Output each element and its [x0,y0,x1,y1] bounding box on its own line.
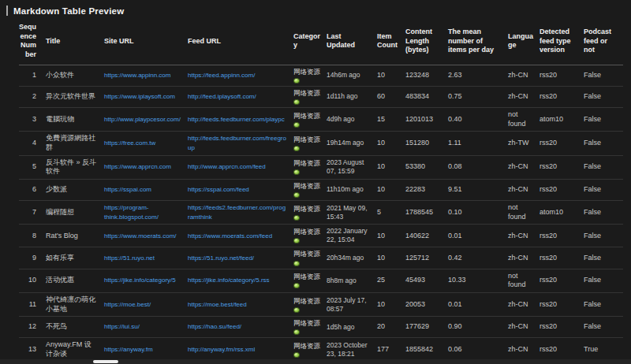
table-header-row: Sequence Number Title Site URL Feed URL … [19,19,623,65]
cell-site-url: https://free.com.tw [104,132,188,155]
cell-last-updated: 4d9h ago [327,107,377,131]
site-url-link[interactable]: https://moe.best/ [104,301,151,308]
category-green-dot-icon [293,283,300,288]
cell-sequence-number: 4 [19,132,46,155]
category-green-dot-icon [293,192,300,198]
category-label: 网络资源 [293,205,320,214]
cell-category: 网络资源 [293,86,327,107]
feed-url-link[interactable]: https://moe.best/feed [188,301,247,308]
site-url-link[interactable]: https://program-think.blogspot.com/ [104,204,159,221]
cell-mean-items: 0.01 [448,225,508,247]
cell-feed-url: http://feed.iplaysoft.com/ [188,86,293,107]
table-row: 9 如有乐享 https://51.ruyo.net https://51.ru… [19,247,623,269]
cell-mean-items: 2.63 [448,65,508,86]
site-url-link[interactable]: https://www.appinn.com [104,72,170,79]
horizontal-scrollbar-thumb[interactable] [93,360,118,363]
table-row: 11 神代綺凛の萌化小基地 https://moe.best/ https://… [19,292,623,316]
site-url-link[interactable]: https://51.ruyo.net [104,254,155,262]
cell-site-url: https://sspai.com [104,179,188,200]
cell-content-length: 1855842 [405,338,448,362]
feed-url-link[interactable]: https://jike.info/category/5.rss [188,277,270,284]
cell-mean-items: 0.90 [448,317,508,338]
feed-url-link[interactable]: https://feed.appinn.com/ [188,72,255,79]
cell-last-updated: 14h6m ago [327,65,377,86]
category-label: 网络资源 [293,273,320,281]
cell-last-updated: 19h14m ago [327,132,377,155]
cell-last-updated: 2022 January 22, 15:04 [327,225,377,247]
cell-sequence-number: 8 [19,225,46,247]
cell-content-length: 20053 [405,292,448,316]
horizontal-scrollbar[interactable] [0,359,631,364]
cell-feed-url: http://feeds.feedburner.com/playpc [188,107,293,131]
feed-url-link[interactable]: https://www.moerats.com/feed [188,232,272,240]
feed-url-link[interactable]: https://51.ruyo.net/feed/ [188,254,254,262]
cell-feed-url: https://feed.appinn.com/ [188,65,293,86]
table-row: 3 電腦玩物 http://www.playpcesor.com/ http:/… [19,107,623,131]
site-url-link[interactable]: https://anyway.fm [104,346,153,353]
cell-site-url: https://www.iplaysoft.com [104,86,188,107]
cell-last-updated: 2021 May 09, 15:43 [327,201,377,225]
cell-item-count: 20 [377,317,405,338]
site-url-link[interactable]: https://jike.info/category/5 [104,277,176,284]
site-url-link[interactable]: https://www.moerats.com/ [104,232,177,240]
cell-mean-items: 0.01 [448,292,508,316]
feed-url-link[interactable]: http://www.apprcn.com/feed [188,163,266,170]
cell-podcast: False [584,317,623,338]
site-url-link[interactable]: http://www.playpcesor.com/ [104,116,181,123]
cell-language: zh-CN [508,86,540,107]
table-body: 1 小众软件 https://www.appinn.com https://fe… [19,65,623,364]
header-category: Category [293,19,327,65]
cell-sequence-number: 2 [19,86,46,107]
cell-category: 网络资源 [293,65,327,86]
cell-podcast: False [584,65,623,86]
cell-title: 异次元软件世界 [46,86,104,107]
cell-feed-url: https://51.ruyo.net/feed/ [188,247,293,269]
cell-podcast: False [584,107,623,131]
cell-title: 小众软件 [46,65,104,86]
cell-site-url: https://www.moerats.com/ [104,225,188,247]
cell-title: 不死鸟 [46,317,104,338]
cell-mean-items: 0.08 [448,155,508,179]
cell-language: zh-CN [508,65,540,86]
cell-content-length: 22283 [405,179,448,200]
category-green-dot-icon [293,238,300,243]
feed-url-link[interactable]: https://sspai.com/feed [188,186,249,193]
cell-language: not found [508,107,540,131]
category-green-dot-icon [293,169,300,175]
feed-url-link[interactable]: http://anyway.fm/rss.xml [188,346,255,353]
feed-url-link[interactable]: http://feed.iplaysoft.com/ [188,93,256,100]
category-label: 网络资源 [293,342,320,351]
cell-site-url: https://jike.info/category/5 [104,269,188,292]
category-green-dot-icon [293,352,300,358]
feed-url-link[interactable]: https://feeds2.feedburner.com/programthi… [188,204,286,221]
site-url-link[interactable]: https://www.iplaysoft.com [104,93,175,100]
cell-language: zh-CN [508,292,540,316]
cell-feed-type: rss20 [540,338,584,362]
cell-sequence-number: 6 [19,179,46,200]
table-row: 7 编程随想 https://program-think.blogspot.co… [19,201,623,225]
cell-site-url: https://anyway.fm [104,338,188,362]
feed-url-link[interactable]: http://feeds.feedburner.com/playpc [188,116,285,123]
cell-podcast: True [584,338,623,362]
feed-url-link[interactable]: https://hao.su/feed/ [188,323,241,330]
site-url-link[interactable]: https://free.com.tw [104,139,155,147]
cell-title: 少数派 [46,179,104,200]
cell-sequence-number: 10 [19,269,46,292]
cell-podcast: False [584,247,623,269]
cell-sequence-number: 11 [19,292,46,316]
cell-language: zh-CN [508,338,540,362]
cell-language: zh-TW [508,132,540,155]
cell-feed-url: https://moe.best/feed [188,292,293,316]
cell-feed-type: rss20 [540,132,584,155]
cell-feed-type: rss20 [540,65,584,86]
cell-item-count: 177 [377,338,405,362]
cell-item-count: 10 [377,179,405,200]
cell-content-length: 1788545 [405,201,448,225]
cell-category: 网络资源 [293,132,327,155]
site-url-link[interactable]: https://www.apprcn.com [104,163,171,170]
category-label: 网络资源 [293,136,320,144]
site-url-link[interactable]: https://iui.su/ [104,323,140,330]
header-content-length: Content Length (bytes) [405,19,448,65]
feed-url-link[interactable]: http://feeds.feedburner.com/freegroup [188,135,286,151]
site-url-link[interactable]: https://sspai.com [104,186,151,193]
